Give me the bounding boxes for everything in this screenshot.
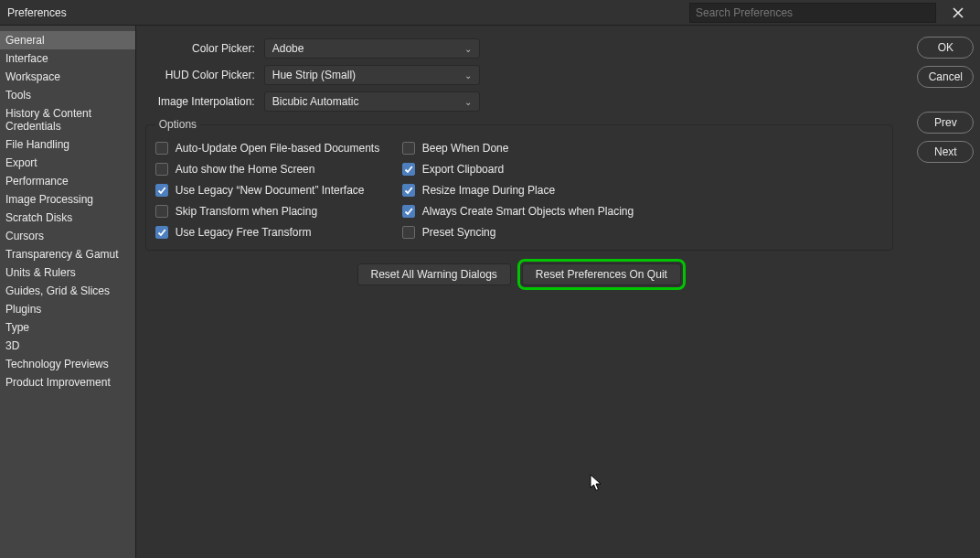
sidebar-item-type[interactable]: Type <box>0 318 135 337</box>
checkbox[interactable] <box>155 184 168 197</box>
hud-color-picker-value: Hue Strip (Small) <box>272 69 356 81</box>
sidebar-item-transparency-gamut[interactable]: Transparency & Gamut <box>0 245 135 263</box>
sidebar-item-tools[interactable]: Tools <box>0 86 135 104</box>
right-button-column: OK Cancel Prev Next <box>911 26 980 558</box>
sidebar-item-export[interactable]: Export <box>0 154 135 172</box>
sidebar-item-image-processing[interactable]: Image Processing <box>0 190 135 209</box>
checkbox[interactable] <box>402 163 415 176</box>
color-picker-value: Adobe <box>272 42 304 55</box>
sidebar-item-cursors[interactable]: Cursors <box>0 227 135 245</box>
checkbox[interactable] <box>155 205 168 218</box>
option-label: Auto show the Home Screen <box>176 163 315 176</box>
search-input[interactable] <box>689 3 936 23</box>
option-label: Auto-Update Open File-based Documents <box>176 142 379 155</box>
color-picker-select[interactable]: Adobe ⌄ <box>264 38 480 59</box>
checkbox[interactable] <box>402 205 415 218</box>
checkbox[interactable] <box>402 184 415 197</box>
option-label: Use Legacy “New Document” Interface <box>176 184 365 197</box>
option-export-clipboard[interactable]: Export Clipboard <box>402 163 713 176</box>
option-label: Resize Image During Place <box>422 184 555 197</box>
sidebar-item-interface[interactable]: Interface <box>0 49 135 68</box>
chevron-down-icon: ⌄ <box>464 70 472 80</box>
next-button[interactable]: Next <box>917 141 974 163</box>
image-interpolation-select[interactable]: Bicubic Automatic ⌄ <box>264 91 480 112</box>
option-label: Preset Syncing <box>422 226 496 239</box>
sidebar-item-plugins[interactable]: Plugins <box>0 300 135 318</box>
option-label: Beep When Done <box>422 142 509 155</box>
option-preset-syncing[interactable]: Preset Syncing <box>402 226 713 239</box>
option-beep-when-done[interactable]: Beep When Done <box>402 142 713 155</box>
option-auto-show-the-home-screen[interactable]: Auto show the Home Screen <box>155 163 393 176</box>
checkbox[interactable] <box>402 142 415 155</box>
option-use-legacy-free-transform[interactable]: Use Legacy Free Transform <box>155 226 393 239</box>
close-icon <box>952 6 964 19</box>
options-legend: Options <box>155 118 200 131</box>
sidebar-item-general[interactable]: General <box>0 31 135 49</box>
sidebar-item-scratch-disks[interactable]: Scratch Disks <box>0 209 135 227</box>
sidebar-item-file-handling[interactable]: File Handling <box>0 135 135 154</box>
titlebar: Preferences <box>0 0 980 26</box>
reset-warning-dialogs-button[interactable]: Reset All Warning Dialogs <box>357 263 511 285</box>
sidebar-item-guides-grid-slices[interactable]: Guides, Grid & Slices <box>0 282 135 300</box>
image-interpolation-label: Image Interpolation: <box>145 95 255 108</box>
option-auto-update-open-file-based-documents[interactable]: Auto-Update Open File-based Documents <box>155 142 393 155</box>
close-button[interactable] <box>943 0 973 26</box>
checkbox[interactable] <box>155 163 168 176</box>
sidebar-item-product-improvement[interactable]: Product Improvement <box>0 373 135 392</box>
sidebar-item-history-content-credentials[interactable]: History & Content Credentials <box>0 104 135 135</box>
prev-button[interactable]: Prev <box>917 112 974 134</box>
hud-color-picker-label: HUD Color Picker: <box>145 69 255 81</box>
option-label: Export Clipboard <box>422 163 504 176</box>
sidebar-item-technology-previews[interactable]: Technology Previews <box>0 355 135 373</box>
reset-preferences-on-quit-button[interactable]: Reset Preferences On Quit <box>522 263 681 285</box>
window-title: Preferences <box>7 6 67 19</box>
main-panel: Color Picker: Adobe ⌄ HUD Color Picker: … <box>136 26 911 558</box>
option-label: Use Legacy Free Transform <box>176 226 312 239</box>
color-picker-label: Color Picker: <box>145 42 255 55</box>
cancel-button[interactable]: Cancel <box>917 66 974 88</box>
sidebar-item-3d[interactable]: 3D <box>0 337 135 355</box>
option-skip-transform-when-placing[interactable]: Skip Transform when Placing <box>155 205 393 218</box>
option-always-create-smart-objects-when-placing[interactable]: Always Create Smart Objects when Placing <box>402 205 713 218</box>
sidebar-item-performance[interactable]: Performance <box>0 172 135 190</box>
option-resize-image-during-place[interactable]: Resize Image During Place <box>402 184 713 197</box>
chevron-down-icon: ⌄ <box>464 44 472 54</box>
chevron-down-icon: ⌄ <box>464 97 472 107</box>
option-label: Always Create Smart Objects when Placing <box>422 205 634 218</box>
option-label: Skip Transform when Placing <box>176 205 317 218</box>
checkbox[interactable] <box>402 226 415 239</box>
checkbox[interactable] <box>155 226 168 239</box>
ok-button[interactable]: OK <box>917 37 974 59</box>
options-fieldset: Options Auto-Update Open File-based Docu… <box>145 118 893 251</box>
sidebar-item-workspace[interactable]: Workspace <box>0 68 135 86</box>
option-use-legacy-new-document-interface[interactable]: Use Legacy “New Document” Interface <box>155 184 393 197</box>
hud-color-picker-select[interactable]: Hue Strip (Small) ⌄ <box>264 65 480 85</box>
sidebar: GeneralInterfaceWorkspaceToolsHistory & … <box>0 26 136 558</box>
checkbox[interactable] <box>155 142 168 155</box>
image-interpolation-value: Bicubic Automatic <box>272 95 359 108</box>
sidebar-item-units-rulers[interactable]: Units & Rulers <box>0 263 135 282</box>
